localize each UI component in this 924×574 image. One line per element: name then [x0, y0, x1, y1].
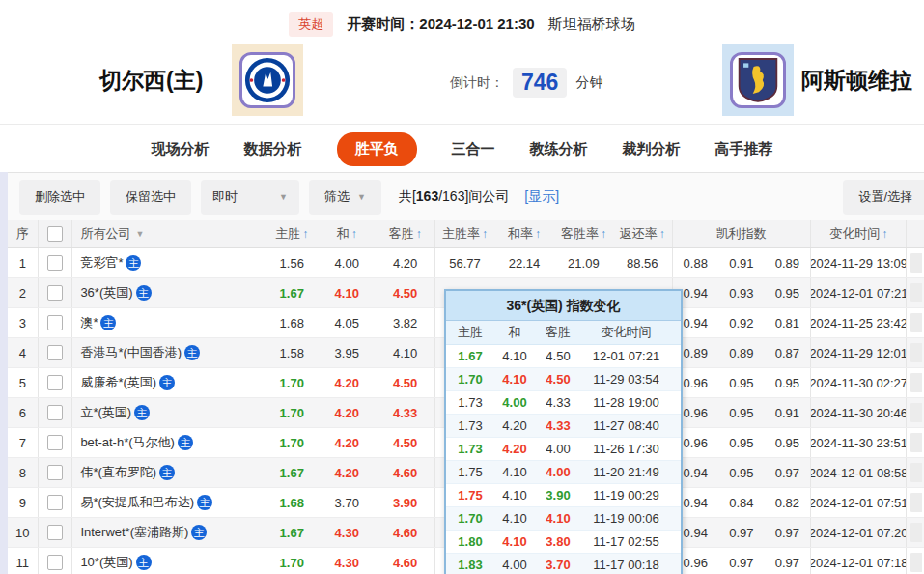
row-action-button[interactable]	[910, 523, 922, 542]
odds-cell[interactable]: 4.50	[376, 368, 434, 397]
tab-5[interactable]: 教练分析	[530, 140, 588, 158]
odds-cell[interactable]: 4.30	[318, 518, 376, 547]
filter-dropdown[interactable]: 筛选 ▼	[309, 180, 381, 215]
odds-cell[interactable]: 3.95	[318, 338, 376, 367]
odds-cell[interactable]: 1.58	[266, 338, 318, 367]
odds-cell[interactable]: 4.20	[318, 398, 376, 427]
row-checkbox[interactable]	[47, 465, 63, 480]
popup-odds-cell[interactable]: 1.83	[446, 558, 494, 572]
popup-odds-cell[interactable]: 4.50	[535, 372, 581, 387]
row-action-button[interactable]	[910, 403, 922, 422]
company-cell[interactable]: 立*(英国)主	[72, 398, 266, 427]
row-checkbox[interactable]	[47, 555, 63, 570]
row-action-button[interactable]	[910, 373, 922, 392]
odds-cell[interactable]: 1.67	[266, 278, 318, 307]
select-all-checkbox[interactable]	[47, 226, 63, 242]
odds-cell[interactable]: 1.67	[266, 518, 318, 547]
popup-odds-cell[interactable]: 1.73	[446, 395, 494, 410]
popup-odds-cell[interactable]: 4.00	[494, 395, 535, 410]
popup-odds-cell[interactable]: 1.73	[446, 442, 494, 456]
company-cell[interactable]: 伟*(直布罗陀)主	[72, 458, 266, 487]
odds-cell[interactable]: 3.90	[376, 488, 434, 517]
odds-cell[interactable]: 1.68	[266, 308, 318, 337]
company-cell[interactable]: 10*(英国)主	[72, 548, 266, 574]
popup-odds-cell[interactable]: 1.67	[446, 349, 494, 363]
tab-2[interactable]: 数据分析	[244, 140, 302, 158]
odds-cell[interactable]: 4.20	[318, 458, 376, 487]
company-cell[interactable]: 竞彩官*主	[72, 248, 266, 277]
popup-odds-cell[interactable]: 1.75	[446, 488, 494, 502]
odds-cell[interactable]: 4.50	[376, 428, 434, 457]
row-action-button[interactable]	[910, 493, 922, 512]
settings-button[interactable]: 设置/选择	[843, 180, 924, 215]
row-checkbox[interactable]	[47, 405, 63, 420]
odds-cell[interactable]: 1.70	[266, 428, 318, 457]
column-header-6[interactable]: 客胜↑	[376, 220, 434, 247]
popup-odds-cell[interactable]: 4.10	[494, 534, 535, 549]
company-cell[interactable]: 澳*主	[72, 308, 266, 337]
popup-odds-cell[interactable]: 4.10	[494, 465, 535, 479]
row-action-button[interactable]	[910, 313, 922, 332]
popup-odds-cell[interactable]: 4.00	[494, 558, 535, 572]
row-checkbox[interactable]	[47, 525, 63, 540]
tab-7[interactable]: 高手推荐	[715, 140, 773, 158]
odds-cell[interactable]: 1.56	[266, 248, 318, 277]
row-checkbox[interactable]	[47, 255, 63, 271]
popup-odds-cell[interactable]: 1.73	[446, 418, 494, 433]
row-checkbox[interactable]	[47, 435, 63, 450]
company-cell[interactable]: 威廉希*(英国)主	[72, 368, 266, 397]
row-action-button[interactable]	[910, 253, 922, 273]
column-header-12[interactable]: 变化时间↑	[811, 220, 907, 247]
popup-odds-cell[interactable]: 1.70	[446, 511, 494, 526]
company-cell[interactable]: 香港马*(中国香港)主	[72, 338, 266, 367]
column-header-7[interactable]: 主胜率↑	[435, 220, 494, 247]
popup-odds-cell[interactable]: 4.20	[494, 442, 535, 456]
tab-4[interactable]: 三合一	[452, 140, 495, 158]
odds-cell[interactable]: 1.68	[266, 488, 318, 517]
company-cell[interactable]: Interwet*(塞浦路斯)主	[72, 518, 266, 547]
company-cell[interactable]: 易*(安提瓜和巴布达)主	[72, 488, 266, 517]
tab-1[interactable]: 现场分析	[152, 140, 210, 158]
popup-odds-cell[interactable]: 1.75	[446, 465, 494, 479]
row-checkbox[interactable]	[47, 375, 63, 390]
popup-odds-cell[interactable]: 4.33	[535, 418, 581, 433]
odds-cell[interactable]: 4.30	[318, 548, 376, 574]
delete-selected-button[interactable]: 删除选中	[19, 180, 100, 215]
odds-cell[interactable]: 1.70	[266, 398, 318, 427]
tab-3[interactable]: 胜平负	[337, 132, 417, 166]
column-header-9[interactable]: 客胜率↑	[554, 220, 613, 247]
column-header-10[interactable]: 返还率↑	[613, 220, 672, 247]
popup-odds-cell[interactable]: 4.10	[494, 349, 535, 363]
odds-cell[interactable]: 4.33	[376, 398, 434, 427]
odds-cell[interactable]: 4.60	[376, 548, 434, 574]
popup-odds-cell[interactable]: 4.33	[535, 395, 581, 410]
row-action-button[interactable]	[910, 433, 922, 452]
column-header-5[interactable]: 和↑	[318, 220, 376, 247]
odds-cell[interactable]: 4.60	[376, 458, 434, 487]
popup-odds-cell[interactable]: 1.70	[446, 372, 494, 387]
odds-cell[interactable]: 4.10	[376, 338, 434, 367]
popup-odds-cell[interactable]: 3.70	[535, 558, 581, 572]
popup-odds-cell[interactable]: 4.20	[494, 418, 535, 433]
popup-odds-cell[interactable]: 3.90	[535, 488, 581, 502]
popup-odds-cell[interactable]: 4.10	[494, 488, 535, 502]
row-action-button[interactable]	[910, 343, 922, 362]
tab-6[interactable]: 裁判分析	[623, 140, 681, 158]
column-header-3[interactable]: 所有公司▼	[72, 220, 266, 247]
popup-odds-cell[interactable]: 4.50	[535, 349, 581, 363]
odds-cell[interactable]: 1.70	[266, 368, 318, 397]
odds-cell[interactable]: 3.70	[318, 488, 376, 517]
odds-cell[interactable]: 4.05	[318, 308, 376, 337]
odds-cell[interactable]: 1.70	[266, 548, 318, 574]
odds-cell[interactable]: 4.20	[318, 368, 376, 397]
instant-dropdown[interactable]: 即时 ▼	[201, 180, 299, 215]
popup-odds-cell[interactable]: 3.80	[535, 534, 581, 549]
row-checkbox[interactable]	[47, 345, 63, 360]
odds-cell[interactable]: 3.82	[376, 308, 434, 337]
column-header-2[interactable]	[39, 220, 73, 247]
row-action-button[interactable]	[910, 553, 922, 572]
odds-cell[interactable]: 4.10	[318, 278, 376, 307]
column-header-4[interactable]: 主胜↑	[266, 220, 318, 247]
odds-cell[interactable]: 4.50	[376, 278, 434, 307]
odds-cell[interactable]: 4.00	[318, 248, 376, 277]
